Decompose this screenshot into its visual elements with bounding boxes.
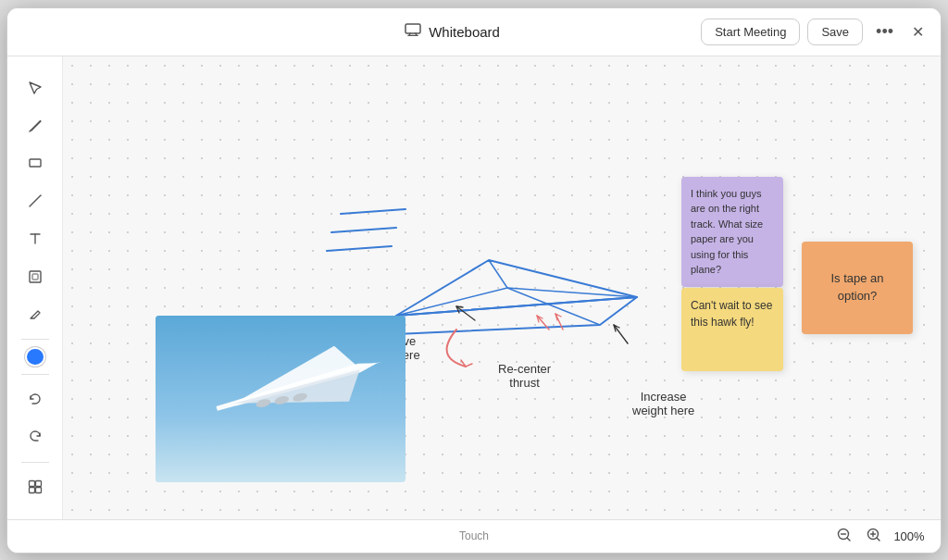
save-button[interactable]: Save bbox=[807, 19, 863, 45]
svg-rect-14 bbox=[35, 488, 41, 493]
touch-mode-label: Touch bbox=[459, 529, 489, 542]
toolbar-separator-2 bbox=[21, 374, 49, 375]
zoom-out-button[interactable] bbox=[833, 526, 855, 547]
header: Whiteboard Start Meeting Save ••• ✕ bbox=[7, 8, 941, 56]
canvas-area[interactable]: Improve drag here Re-center thrust Incre… bbox=[63, 56, 941, 519]
header-center: Whiteboard bbox=[405, 23, 500, 40]
undo-button[interactable] bbox=[18, 382, 53, 417]
svg-line-15 bbox=[341, 209, 405, 214]
components-button[interactable] bbox=[18, 470, 53, 504]
svg-rect-9 bbox=[30, 271, 41, 282]
sticky-note-orange[interactable]: Is tape an option? bbox=[802, 242, 913, 334]
svg-rect-11 bbox=[29, 481, 34, 487]
toolbar-separator-1 bbox=[21, 339, 49, 340]
svg-line-21 bbox=[614, 325, 628, 343]
whiteboard-icon bbox=[405, 23, 421, 40]
toolbar bbox=[7, 56, 63, 519]
svg-line-4 bbox=[29, 131, 31, 132]
text-tool[interactable] bbox=[18, 222, 53, 256]
sticky-note-yellow[interactable]: Can't wait to see this hawk fly! bbox=[681, 288, 783, 371]
svg-line-6 bbox=[30, 195, 41, 206]
paper-plane-photo bbox=[156, 316, 405, 482]
svg-line-28 bbox=[847, 538, 850, 541]
zoom-controls: 100% bbox=[833, 526, 926, 547]
pen-tool[interactable] bbox=[18, 108, 53, 143]
line-tool[interactable] bbox=[18, 184, 53, 218]
sticky-note-purple[interactable]: I think you guys are on the right track.… bbox=[681, 177, 783, 287]
close-button[interactable]: ✕ bbox=[906, 19, 929, 44]
svg-rect-5 bbox=[30, 159, 41, 167]
toolbar-separator-3 bbox=[21, 462, 49, 463]
start-meeting-button[interactable]: Start Meeting bbox=[701, 19, 800, 45]
color-picker[interactable] bbox=[25, 347, 45, 367]
frame-tool[interactable] bbox=[18, 259, 53, 293]
svg-rect-10 bbox=[32, 274, 38, 280]
rectangle-tool[interactable] bbox=[18, 146, 53, 180]
zoom-level-label: 100% bbox=[892, 529, 926, 543]
svg-rect-0 bbox=[405, 24, 420, 33]
eraser-tool[interactable] bbox=[18, 297, 53, 331]
svg-rect-13 bbox=[29, 488, 34, 493]
bottom-bar: Touch 100% bbox=[7, 519, 941, 553]
more-button[interactable]: ••• bbox=[870, 19, 899, 45]
zoom-in-button[interactable] bbox=[863, 526, 885, 547]
annotation-increase-weight: Increase weight here bbox=[632, 390, 694, 417]
redo-button[interactable] bbox=[18, 420, 53, 454]
header-right: Start Meeting Save ••• ✕ bbox=[701, 19, 929, 45]
main-area: Improve drag here Re-center thrust Incre… bbox=[7, 56, 941, 519]
svg-line-16 bbox=[331, 228, 396, 232]
svg-line-17 bbox=[327, 246, 392, 251]
svg-line-32 bbox=[877, 538, 879, 541]
select-tool[interactable] bbox=[18, 71, 53, 106]
whiteboard-title: Whiteboard bbox=[429, 24, 500, 40]
svg-rect-12 bbox=[35, 481, 41, 487]
app-window: Whiteboard Start Meeting Save ••• ✕ bbox=[6, 7, 942, 554]
annotation-recenter-thrust: Re-center thrust bbox=[498, 362, 551, 390]
